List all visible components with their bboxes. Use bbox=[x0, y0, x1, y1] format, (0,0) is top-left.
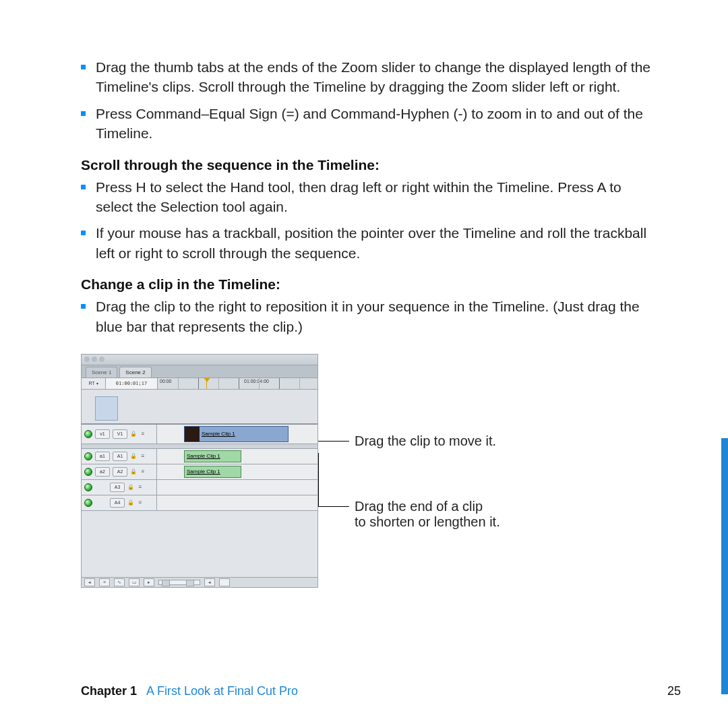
footer-button[interactable]: ∿ bbox=[114, 578, 125, 586]
zoom-dot-icon[interactable] bbox=[99, 357, 104, 362]
playhead-marker-icon bbox=[204, 377, 210, 382]
zoom-slider[interactable] bbox=[158, 580, 200, 585]
track-header-a4[interactable]: A4 🔒 ≡ bbox=[82, 495, 157, 510]
callout-resize-clip: Drag the end of a clip to shorten or len… bbox=[337, 499, 500, 530]
rt-popup-button[interactable]: RT ▾ bbox=[82, 378, 106, 389]
ruler-label-start: 00:00 bbox=[160, 379, 172, 384]
bullet-item: If your mouse has a trackball, position … bbox=[81, 223, 655, 263]
canvas-gap bbox=[82, 390, 317, 425]
playhead[interactable] bbox=[206, 378, 207, 389]
source-v1-button[interactable]: v1 bbox=[95, 429, 110, 439]
lock-icon[interactable]: 🔒 bbox=[127, 499, 134, 506]
source-a2-button[interactable]: a2 bbox=[95, 467, 110, 477]
window-titlebar bbox=[82, 355, 317, 365]
dest-a1-button[interactable]: A1 bbox=[113, 452, 127, 461]
track-header-v1[interactable]: v1 V1 🔒 ≡ bbox=[82, 425, 157, 444]
footer-chapter: Chapter 1 bbox=[81, 684, 137, 698]
footer-button[interactable]: ▸ bbox=[144, 578, 154, 586]
dest-a4-button[interactable]: A4 bbox=[110, 498, 125, 508]
source-a1-button[interactable]: a1 bbox=[95, 452, 110, 461]
section-edge-tab bbox=[721, 438, 728, 694]
video-track-v1: v1 V1 🔒 ≡ Sample Clip 1 bbox=[82, 425, 317, 444]
tab-scene-1[interactable]: Scene 1 bbox=[86, 367, 117, 377]
track-enable-led-icon[interactable] bbox=[84, 468, 92, 476]
dest-a3-button[interactable]: A3 bbox=[110, 483, 125, 492]
lock-icon[interactable]: 🔒 bbox=[130, 431, 137, 437]
dest-a2-button[interactable]: A2 bbox=[113, 467, 127, 477]
callout-text: Drag the clip to move it. bbox=[355, 433, 496, 448]
dest-v1-button[interactable]: V1 bbox=[113, 429, 127, 439]
audio-clip-sample-1[interactable]: Sample Clip 1 bbox=[184, 450, 241, 462]
bullet-item: Drag the clip to the right to reposition… bbox=[81, 297, 655, 336]
timeline-panel: Scene 1 Scene 2 RT ▾ 01:00:01;17 00:00 0… bbox=[81, 354, 318, 588]
minimize-dot-icon[interactable] bbox=[92, 357, 97, 362]
lock-icon[interactable]: 🔒 bbox=[130, 453, 137, 460]
callout-move-clip: Drag the clip to move it. bbox=[337, 433, 496, 449]
audio-track-a1: a1 A1 🔒 ≡ Sample Clip 1 bbox=[82, 449, 317, 464]
callout-text-line1: Drag the end of a clip bbox=[355, 499, 483, 514]
track-body-a4[interactable] bbox=[157, 495, 317, 510]
bullet-item: Drag the thumb tabs at the ends of the Z… bbox=[81, 57, 655, 97]
tab-scene-2[interactable]: Scene 2 bbox=[119, 367, 151, 377]
zoom-thumb-left[interactable] bbox=[162, 580, 170, 586]
autoselect-icon[interactable]: ≡ bbox=[137, 499, 144, 506]
lock-icon[interactable]: 🔒 bbox=[127, 484, 134, 491]
section-heading-change: Change a clip in the Timeline: bbox=[81, 276, 655, 293]
track-body-a3[interactable] bbox=[157, 480, 317, 495]
callout-bracket-icon bbox=[305, 453, 319, 507]
track-enable-led-icon[interactable] bbox=[84, 483, 92, 491]
change-bullet-list: Drag the clip to the right to reposition… bbox=[81, 297, 655, 336]
callout-text-line2: to shorten or lengthen it. bbox=[355, 514, 500, 529]
insert-ghost-clip bbox=[95, 396, 118, 421]
track-body-v1[interactable]: Sample Clip 1 bbox=[157, 425, 317, 444]
autoselect-icon[interactable]: ≡ bbox=[137, 484, 144, 491]
page-footer: Chapter 1 A First Look at Final Cut Pro … bbox=[81, 684, 681, 698]
footer-button[interactable]: ≡ bbox=[99, 578, 110, 586]
scroll-left-button[interactable]: ◂ bbox=[204, 578, 215, 586]
audio-clip-sample-2[interactable]: Sample Clip 1 bbox=[184, 466, 241, 478]
track-divider bbox=[82, 444, 317, 449]
top-bullet-list: Drag the thumb tabs at the ends of the Z… bbox=[81, 57, 655, 144]
track-enable-led-icon[interactable] bbox=[84, 452, 92, 460]
clip-label: Sample Clip 1 bbox=[187, 468, 220, 475]
scroll-bullet-list: Press H to select the Hand tool, then dr… bbox=[81, 177, 655, 264]
audio-track-a4: A4 🔒 ≡ bbox=[82, 495, 317, 511]
close-dot-icon[interactable] bbox=[84, 357, 90, 362]
current-timecode-field[interactable]: 01:00:01;17 bbox=[106, 378, 158, 389]
time-ruler[interactable]: 00:00 01:00:04:00 bbox=[158, 378, 317, 389]
autoselect-icon[interactable]: ≡ bbox=[140, 431, 146, 437]
section-heading-scroll: Scroll through the sequence in the Timel… bbox=[81, 157, 655, 173]
audio-track-a2: a2 A2 🔒 ≡ Sample Clip 1 bbox=[82, 464, 317, 480]
track-header-a2[interactable]: a2 A2 🔒 ≡ bbox=[82, 464, 157, 479]
track-header-a3[interactable]: A3 🔒 ≡ bbox=[82, 480, 157, 495]
document-page: Drag the thumb tabs at the ends of the Z… bbox=[0, 0, 728, 728]
audio-track-a3: A3 🔒 ≡ bbox=[82, 480, 317, 495]
clip-thumbnail bbox=[185, 427, 200, 442]
footer-page-number: 25 bbox=[667, 684, 681, 698]
track-body-a1[interactable]: Sample Clip 1 bbox=[157, 449, 317, 464]
footer-button[interactable]: ◂ bbox=[84, 578, 95, 586]
track-header-a1[interactable]: a1 A1 🔒 ≡ bbox=[82, 449, 157, 464]
autoselect-icon[interactable]: ≡ bbox=[140, 453, 146, 460]
autoselect-icon[interactable]: ≡ bbox=[140, 468, 146, 475]
track-enable-led-icon[interactable] bbox=[84, 499, 92, 507]
dropdown-arrow-icon: ▾ bbox=[96, 381, 98, 386]
footer-button[interactable]: ▭ bbox=[129, 578, 140, 586]
rt-label: RT bbox=[88, 381, 94, 386]
footer-title: A First Look at Final Cut Pro bbox=[146, 684, 298, 698]
clip-label: Sample Clip 1 bbox=[202, 431, 235, 437]
scroll-box[interactable] bbox=[219, 578, 230, 586]
zoom-thumb-right[interactable] bbox=[186, 580, 194, 586]
timeline-figure: Scene 1 Scene 2 RT ▾ 01:00:01;17 00:00 0… bbox=[81, 354, 655, 588]
video-clip-sample-1[interactable]: Sample Clip 1 bbox=[184, 426, 289, 442]
timeline-footer-bar: ◂ ≡ ∿ ▭ ▸ ◂ bbox=[82, 577, 317, 587]
lock-icon[interactable]: 🔒 bbox=[130, 468, 137, 475]
bullet-item: Press H to select the Hand tool, then dr… bbox=[81, 177, 655, 217]
sequence-tabs: Scene 1 Scene 2 bbox=[82, 365, 317, 378]
track-body-a2[interactable]: Sample Clip 1 bbox=[157, 464, 317, 479]
bullet-item: Press Command–Equal Sign (=) and Command… bbox=[81, 104, 655, 144]
ruler-label-end: 01:00:04:00 bbox=[244, 379, 269, 384]
clip-label: Sample Clip 1 bbox=[187, 453, 220, 459]
ruler-row: RT ▾ 01:00:01;17 00:00 01:00:04:00 bbox=[82, 378, 317, 390]
track-enable-led-icon[interactable] bbox=[84, 430, 92, 438]
